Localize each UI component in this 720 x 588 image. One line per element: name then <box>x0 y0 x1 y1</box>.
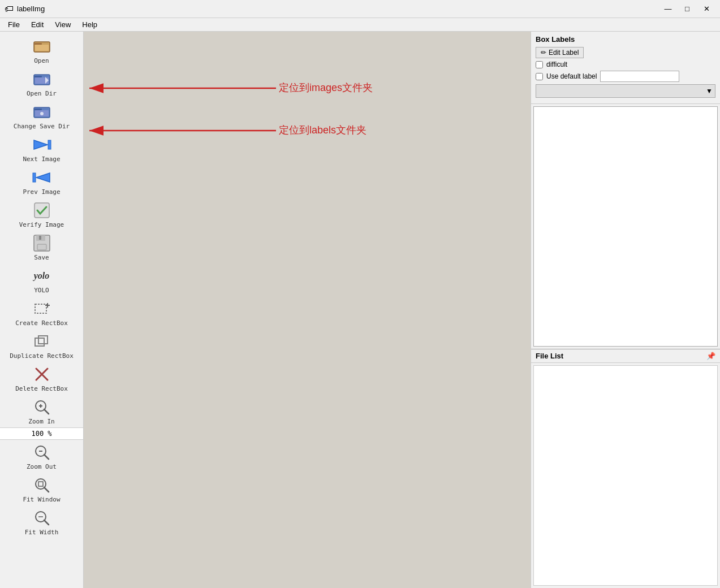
save-icon <box>32 233 52 253</box>
canvas-area[interactable]: 定位到images文件夹 定位到labels文件夹 <box>84 32 531 588</box>
menu-file[interactable]: File <box>2 19 25 30</box>
create-rectbox-label: Create RectBox <box>15 319 68 327</box>
fit-window-icon <box>32 475 52 495</box>
fit-width-label: Fit Width <box>25 529 59 536</box>
fit-window-label: Fit Window <box>23 496 60 503</box>
difficult-checkbox[interactable] <box>536 61 543 68</box>
maximize-button[interactable]: □ <box>678 3 696 15</box>
create-rectbox-icon <box>32 299 52 319</box>
prev-image-button[interactable]: Prev Image <box>0 165 83 198</box>
verify-image-icon <box>32 200 52 220</box>
file-list-title: File List <box>536 352 563 360</box>
minimize-button[interactable]: — <box>659 3 677 15</box>
dropdown-arrow: ▼ <box>706 87 713 95</box>
title-bar: 🏷 labelImg — □ ✕ <box>0 0 720 18</box>
verify-image-label: Verify Image <box>19 221 64 228</box>
file-list-header: File List 📌 <box>531 349 720 363</box>
prev-image-label: Prev Image <box>23 188 60 196</box>
change-save-dir-icon <box>32 102 52 122</box>
app-icon: 🏷 <box>5 4 14 14</box>
box-labels-title: Box Labels <box>536 35 715 44</box>
create-rectbox-button[interactable]: Create RectBox <box>0 296 83 329</box>
yolo-button[interactable]: yolo YOLO <box>0 263 83 296</box>
svg-marker-13 <box>36 173 50 182</box>
edit-icon: ✏ <box>541 49 546 57</box>
svg-rect-20 <box>39 236 41 240</box>
svg-rect-19 <box>37 244 46 250</box>
app-title: labelImg <box>17 5 45 13</box>
zoom-in-label: Zoom In <box>28 418 54 425</box>
main-layout: Open Open Dir <box>0 32 720 588</box>
delete-rectbox-button[interactable]: Delete RectBox <box>0 362 83 395</box>
file-list-pin-icon: 📌 <box>706 352 715 360</box>
next-image-button[interactable]: Next Image <box>0 132 83 165</box>
svg-point-10 <box>40 112 44 115</box>
yolo-label: YOLO <box>34 287 49 294</box>
svg-line-34 <box>44 455 49 459</box>
svg-text:定位到images文件夹: 定位到images文件夹 <box>279 82 373 93</box>
menu-edit[interactable]: Edit <box>25 19 49 30</box>
svg-rect-4 <box>34 76 42 77</box>
svg-rect-14 <box>33 173 36 182</box>
change-save-dir-label: Change Save Dir <box>14 123 70 130</box>
zoom-in-button[interactable]: Zoom In <box>0 395 83 427</box>
open-dir-button[interactable]: Open Dir <box>0 67 83 100</box>
prev-image-icon <box>32 167 52 188</box>
open-button[interactable]: Open <box>0 34 83 67</box>
svg-rect-36 <box>38 482 43 486</box>
menu-help[interactable]: Help <box>76 19 103 30</box>
next-image-label: Next Image <box>23 155 60 163</box>
label-list-area <box>533 106 718 347</box>
zoom-in-icon <box>32 397 52 417</box>
use-default-label-checkbox[interactable] <box>536 73 543 80</box>
menu-view[interactable]: View <box>49 19 76 30</box>
use-default-label-text: Use default label <box>546 72 597 80</box>
close-button[interactable]: ✕ <box>697 3 715 15</box>
svg-rect-24 <box>35 338 44 346</box>
zoom-out-label: Zoom Out <box>27 463 57 470</box>
svg-line-37 <box>44 487 49 492</box>
duplicate-rectbox-label: Duplicate RectBox <box>10 352 74 360</box>
difficult-row: difficult <box>536 60 715 68</box>
zoom-out-button[interactable]: Zoom Out <box>0 440 83 473</box>
svg-line-40 <box>44 520 49 525</box>
svg-rect-8 <box>34 109 42 110</box>
fit-window-button[interactable]: Fit Window <box>0 473 83 505</box>
duplicate-rectbox-icon <box>32 331 52 352</box>
menu-bar: File Edit View Help <box>0 18 720 32</box>
open-dir-label: Open Dir <box>27 90 57 97</box>
zoom-out-icon <box>32 442 52 462</box>
default-label-input[interactable] <box>600 71 679 82</box>
difficult-label: difficult <box>546 60 567 68</box>
svg-text:定位到labels文件夹: 定位到labels文件夹 <box>279 124 367 136</box>
yolo-icon: yolo <box>32 266 52 286</box>
duplicate-rectbox-button[interactable]: Duplicate RectBox <box>0 329 83 362</box>
open-dir-icon <box>32 69 52 89</box>
open-icon <box>32 36 52 57</box>
next-image-icon <box>32 135 52 155</box>
right-panel: Box Labels ✏ Edit Label difficult Use de… <box>531 32 720 588</box>
change-save-dir-button[interactable]: Change Save Dir <box>0 100 83 132</box>
save-button[interactable]: Save <box>0 231 83 263</box>
label-dropdown[interactable]: ▼ <box>536 84 715 98</box>
svg-rect-21 <box>35 304 46 313</box>
file-list-section: File List 📌 <box>531 349 720 589</box>
svg-rect-1 <box>34 43 42 45</box>
zoom-percent: 100 % <box>0 427 83 440</box>
svg-marker-11 <box>34 140 48 149</box>
toolbar: Open Open Dir <box>0 32 84 588</box>
window-controls: — □ ✕ <box>659 3 715 15</box>
svg-rect-2 <box>35 45 49 51</box>
svg-line-31 <box>44 409 49 414</box>
edit-label-button[interactable]: ✏ Edit Label <box>536 47 584 58</box>
use-default-label-row: Use default label <box>536 71 715 82</box>
svg-rect-25 <box>38 336 48 344</box>
fit-width-button[interactable]: Fit Width <box>0 505 83 538</box>
fit-width-icon <box>32 508 52 528</box>
open-label: Open <box>34 57 49 64</box>
delete-rectbox-icon <box>32 364 52 384</box>
verify-image-button[interactable]: Verify Image <box>0 198 83 231</box>
annotations-svg: 定位到images文件夹 定位到labels文件夹 <box>84 32 531 588</box>
box-labels-section: Box Labels ✏ Edit Label difficult Use de… <box>531 32 720 104</box>
save-label: Save <box>34 254 49 261</box>
